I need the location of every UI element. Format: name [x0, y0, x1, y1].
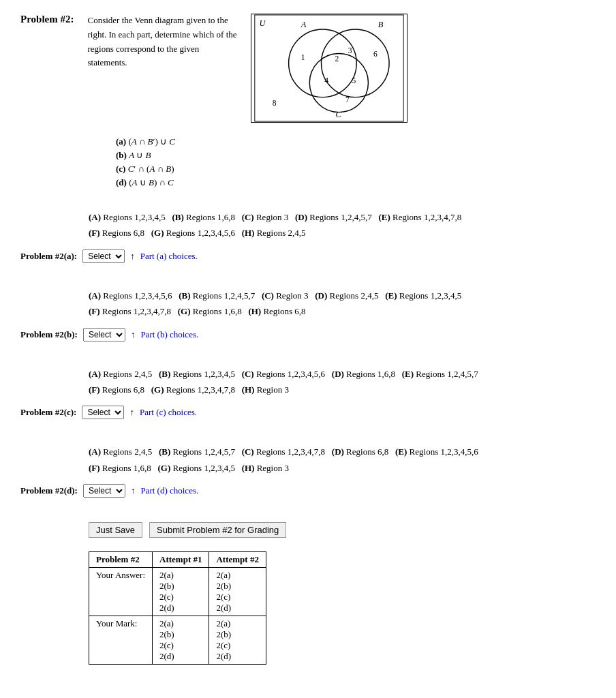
grade-table: Problem #2 Attempt #1 Attempt #2 Your An… [89, 551, 266, 665]
venn-diagram: U A B C 1 2 3 4 5 6 7 8 [251, 14, 407, 123]
part-a-expr: (A ∩ B′) ∪ C [128, 136, 175, 147]
problem-2d-label: Problem #2(d): [20, 485, 78, 496]
svg-text:5: 5 [352, 76, 356, 85]
choices-c-line1: (A) Regions 2,4,5 (B) Regions 1,2,3,4,5 … [89, 366, 596, 382]
svg-text:4: 4 [325, 76, 329, 85]
part-d-label: (d) [116, 177, 127, 187]
choices-d-line2: (F) Regions 1,6,8 (G) Regions 1,2,3,4,5 … [89, 460, 596, 476]
buttons-row: Just Save Submit Problem #2 for Grading [89, 522, 596, 538]
choices-a-line1: (A) Regions 1,2,3,4,5 (B) Regions 1,6,8 … [89, 209, 596, 225]
choices-a-line2: (F) Regions 6,8 (G) Regions 1,2,3,4,5,6 … [89, 225, 596, 241]
choices-d-section: (A) Regions 2,4,5 (B) Regions 1,2,4,5,7 … [89, 444, 596, 476]
problem-2d-select[interactable]: Select A B C D E F G H [83, 484, 125, 498]
part-c-link[interactable]: Part (c) choices. [140, 407, 197, 418]
part-c-expr: C′ ∩ (A ∩ B) [128, 164, 174, 174]
table-answer-attempt2: 2(a)2(b)2(c)2(d) [209, 568, 266, 616]
problem-2a-row: Problem #2(a): Select A B C D E F G H ↑ … [20, 249, 596, 263]
svg-point-4 [289, 29, 357, 97]
just-save-button[interactable]: Just Save [89, 522, 142, 538]
part-b-item: (b) A ∪ B [116, 150, 596, 161]
table-col3-header: Attempt #2 [209, 552, 266, 568]
part-d-expr: (A ∪ B) ∩ C [129, 177, 174, 187]
problem-2b-label: Problem #2(b): [20, 329, 78, 340]
submit-button[interactable]: Submit Problem #2 for Grading [149, 522, 286, 538]
choices-c-line2: (F) Regions 6,8 (G) Regions 1,2,3,4,7,8 … [89, 382, 596, 397]
problem-2c-label: Problem #2(c): [20, 407, 76, 418]
table-row-answer: Your Answer: 2(a)2(b)2(c)2(d) 2(a)2(b)2(… [89, 568, 266, 616]
svg-text:1: 1 [301, 53, 305, 61]
problem-2a-label: Problem #2(a): [20, 251, 77, 262]
arrow-up-b: ↑ [131, 329, 136, 340]
choices-b-line2: (F) Regions 1,2,3,4,7,8 (G) Regions 1,6,… [89, 303, 596, 319]
table-answer-attempt1: 2(a)2(b)2(c)2(d) [153, 568, 209, 616]
problem-2c-select[interactable]: Select A B C D E F G H [82, 406, 124, 419]
svg-text:A: A [301, 20, 307, 29]
choices-a-section: (A) Regions 1,2,3,4,5 (B) Regions 1,6,8 … [89, 209, 596, 241]
arrow-up-d: ↑ [131, 485, 136, 496]
part-a-link[interactable]: Part (a) choices. [140, 251, 198, 262]
part-d-item: (d) (A ∪ B) ∩ C [116, 177, 596, 188]
svg-rect-15 [255, 15, 403, 121]
svg-point-5 [322, 29, 390, 97]
svg-text:8: 8 [273, 99, 277, 107]
part-a-label: (a) [116, 136, 126, 147]
svg-text:2: 2 [335, 55, 339, 63]
table-col1-header: Problem #2 [89, 552, 153, 568]
svg-text:6: 6 [374, 50, 378, 58]
svg-text:B: B [378, 20, 384, 29]
table-answer-label: Your Answer: [89, 568, 153, 616]
svg-text:3: 3 [348, 46, 352, 55]
part-b-label: (b) [116, 150, 127, 160]
arrow-up-c: ↑ [129, 407, 134, 418]
choices-b-line1: (A) Regions 1,2,3,4,5,6 (B) Regions 1,2,… [89, 288, 596, 303]
parts-section: (a) (A ∩ B′) ∪ C (b) A ∪ B (c) C′ ∩ (A ∩… [116, 136, 596, 188]
part-d-link[interactable]: Part (d) choices. [140, 485, 198, 496]
choices-b-section: (A) Regions 1,2,3,4,5,6 (B) Regions 1,2,… [89, 288, 596, 320]
part-a-item: (a) (A ∩ B′) ∪ C [116, 136, 596, 147]
table-mark-label: Your Mark: [89, 616, 153, 665]
table-col2-header: Attempt #1 [153, 552, 209, 568]
problem-title: Problem #2: [20, 14, 74, 25]
choices-d-line1: (A) Regions 2,4,5 (B) Regions 1,2,4,5,7 … [89, 444, 596, 459]
problem-2c-row: Problem #2(c): Select A B C D E F G H ↑ … [20, 406, 596, 419]
table-mark-attempt1: 2(a)2(b)2(c)2(d) [153, 616, 209, 665]
problem-2b-select[interactable]: Select A B C D E F G H [83, 328, 125, 342]
part-c-item: (c) C′ ∩ (A ∩ B) [116, 164, 596, 174]
svg-text:7: 7 [345, 95, 350, 104]
table-row-mark: Your Mark: 2(a)2(b)2(c)2(d) 2(a)2(b)2(c)… [89, 616, 266, 665]
part-c-label: (c) [116, 164, 125, 174]
choices-c-section: (A) Regions 2,4,5 (B) Regions 1,2,3,4,5 … [89, 366, 596, 398]
svg-text:C: C [336, 110, 342, 119]
problem-description: Consider the Venn diagram given to the r… [87, 14, 237, 70]
arrow-up-a: ↑ [130, 251, 135, 262]
part-b-expr: A ∪ B [129, 150, 151, 160]
problem-2b-row: Problem #2(b): Select A B C D E F G H ↑ … [20, 328, 596, 342]
problem-2d-row: Problem #2(d): Select A B C D E F G H ↑ … [20, 484, 596, 498]
table-mark-attempt2: 2(a)2(b)2(c)2(d) [209, 616, 266, 665]
part-b-link[interactable]: Part (b) choices. [140, 329, 198, 340]
problem-2a-select[interactable]: Select A B C D E F G H [82, 249, 125, 263]
svg-text:U: U [260, 18, 266, 28]
